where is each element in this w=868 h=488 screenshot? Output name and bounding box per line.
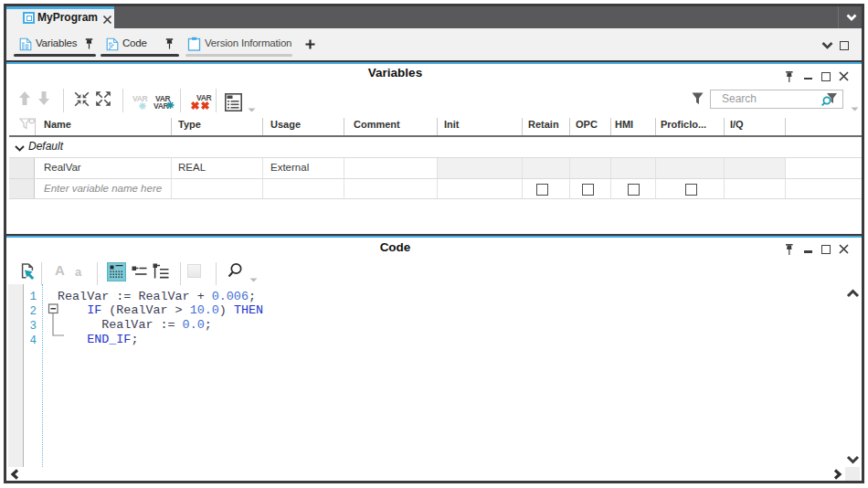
svg-text:VAR: VAR <box>132 94 147 103</box>
svg-text:VAR: VAR <box>153 101 168 111</box>
svg-text:VAR: VAR <box>196 93 211 102</box>
